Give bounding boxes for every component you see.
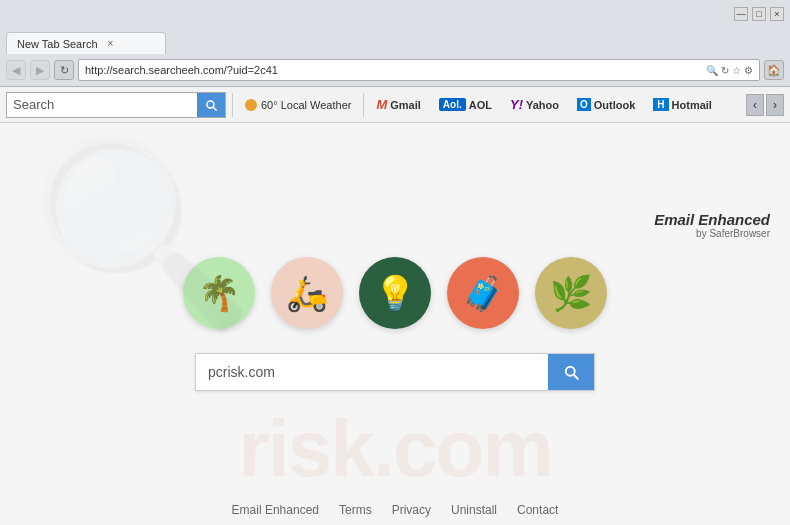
maximize-button[interactable]: □: [752, 7, 766, 21]
address-bar[interactable]: http://search.searcheeh.com/?uid=2c41 🔍 …: [78, 59, 760, 81]
icon-scooter[interactable]: 🛵: [271, 257, 343, 329]
hotmail-button[interactable]: H Hotmail: [647, 96, 718, 113]
browser-tab[interactable]: New Tab Search ×: [6, 32, 166, 54]
icons-row: 🌴 🛵 💡 🧳 🌿: [183, 257, 607, 329]
toolbar-search-button[interactable]: [197, 93, 225, 117]
tab-label: New Tab Search: [17, 38, 98, 50]
outlook-label: Outlook: [594, 99, 636, 111]
back-button[interactable]: ◀: [6, 60, 26, 80]
main-page: Email Enhanced by SaferBrowser 🔍 risk.co…: [0, 123, 790, 525]
nav-arrows: ‹ ›: [746, 94, 784, 116]
toolbar-search-input[interactable]: [7, 93, 197, 117]
hotmail-icon: H: [653, 98, 668, 111]
yahoo-button[interactable]: Y! Yahoo: [504, 95, 565, 114]
weather-label: 60° Local Weather: [261, 99, 351, 111]
aol-button[interactable]: Aol. AOL: [433, 96, 498, 113]
gmail-button[interactable]: M Gmail: [370, 95, 426, 114]
prev-arrow-button[interactable]: ‹: [746, 94, 764, 116]
toolbar-separator-2: [363, 93, 364, 117]
footer: Email Enhanced Terms Privacy Uninstall C…: [0, 495, 790, 525]
window-controls: — □ ×: [734, 7, 784, 21]
forward-button[interactable]: ▶: [30, 60, 50, 80]
footer-link-contact[interactable]: Contact: [517, 503, 558, 517]
outlook-button[interactable]: O Outlook: [571, 96, 641, 113]
icon-luggage[interactable]: 🧳: [447, 257, 519, 329]
title-bar: — □ ×: [0, 0, 790, 28]
footer-link-uninstall[interactable]: Uninstall: [451, 503, 497, 517]
main-search-input[interactable]: [196, 354, 548, 390]
home-button[interactable]: 🏠: [764, 60, 784, 80]
toolbar-separator-1: [232, 93, 233, 117]
aol-label: AOL: [469, 99, 492, 111]
bg-text-watermark: risk.com: [0, 403, 790, 495]
minimize-button[interactable]: —: [734, 7, 748, 21]
toolbar-search-box[interactable]: [6, 92, 226, 118]
weather-icon: [245, 99, 257, 111]
brand-name: Email Enhanced: [654, 211, 770, 228]
footer-link-privacy[interactable]: Privacy: [392, 503, 431, 517]
browser-chrome: — □ × New Tab Search × ◀ ▶ ↻ http://sear…: [0, 0, 790, 87]
refresh-icon: ↻: [721, 65, 729, 76]
browser-window: — □ × New Tab Search × ◀ ▶ ↻ http://sear…: [0, 0, 790, 525]
yahoo-icon: Y!: [510, 97, 523, 112]
watermark-text: risk.com: [238, 403, 551, 495]
tab-bar: New Tab Search ×: [0, 28, 790, 54]
main-search-button[interactable]: [548, 354, 594, 390]
icon-lightbulb[interactable]: 💡: [359, 257, 431, 329]
aol-icon: Aol.: [439, 98, 466, 111]
brand-label: Email Enhanced by SaferBrowser: [654, 211, 770, 239]
icon-hat[interactable]: 🌿: [535, 257, 607, 329]
star-icon: ☆: [732, 65, 741, 76]
brand-sub: by SaferBrowser: [654, 228, 770, 239]
nav-bar: ◀ ▶ ↻ http://search.searcheeh.com/?uid=2…: [0, 54, 790, 86]
gmail-icon: M: [376, 97, 387, 112]
tab-close-button[interactable]: ×: [108, 38, 114, 49]
next-arrow-button[interactable]: ›: [766, 94, 784, 116]
footer-link-terms[interactable]: Terms: [339, 503, 372, 517]
search-icon: 🔍: [706, 65, 718, 76]
footer-link-email-enhanced[interactable]: Email Enhanced: [232, 503, 319, 517]
address-text: http://search.searcheeh.com/?uid=2c41: [85, 64, 706, 76]
yahoo-label: Yahoo: [526, 99, 559, 111]
main-search-icon: [562, 363, 580, 381]
icon-palm-tree[interactable]: 🌴: [183, 257, 255, 329]
hotmail-label: Hotmail: [672, 99, 712, 111]
outlook-icon: O: [577, 98, 591, 111]
address-icons: 🔍 ↻ ☆ ⚙: [706, 65, 753, 76]
gmail-label: Gmail: [390, 99, 421, 111]
toolbar: 60° Local Weather M Gmail Aol. AOL Y! Ya…: [0, 87, 790, 123]
weather-button[interactable]: 60° Local Weather: [239, 97, 357, 113]
main-search-area: [195, 353, 595, 391]
close-button[interactable]: ×: [770, 7, 784, 21]
search-icon: [204, 98, 218, 112]
main-search-box[interactable]: [195, 353, 595, 391]
reload-button[interactable]: ↻: [54, 60, 74, 80]
lock-icon: ⚙: [744, 65, 753, 76]
